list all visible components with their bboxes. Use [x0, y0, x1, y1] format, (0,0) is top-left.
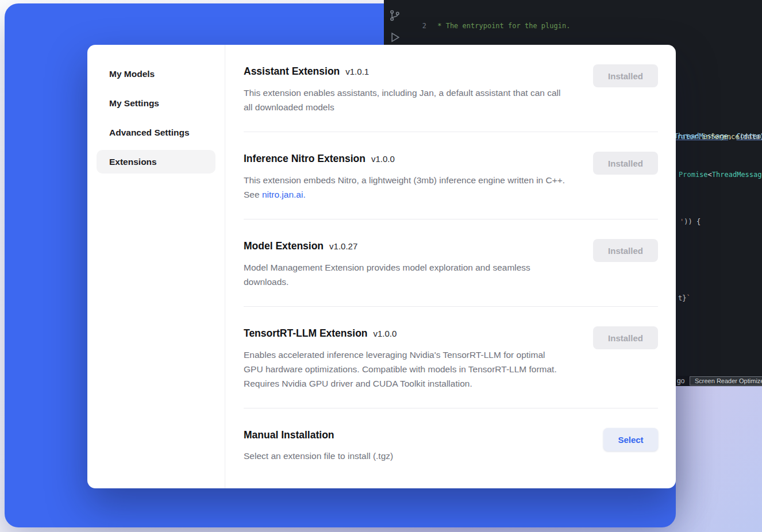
- extension-title: TensortRT-LLM Extension: [244, 326, 368, 340]
- code-fragment: Promise<ThreadMessage>: [679, 171, 762, 179]
- extension-row-inference-nitro: Inference Nitro Extension v1.0.0 This ex…: [244, 132, 658, 219]
- extension-description: Model Management Extension provides mode…: [244, 260, 565, 289]
- code-fragment: t}`: [678, 294, 691, 302]
- extension-version: v1.0.0: [371, 152, 395, 166]
- manual-installation-title: Manual Installation: [244, 428, 334, 442]
- select-file-button[interactable]: Select: [603, 428, 658, 451]
- extension-version: v1.0.27: [329, 240, 357, 253]
- manual-installation-row: Manual Installation Select an extension …: [244, 408, 658, 480]
- settings-sidebar: My Models My Settings Advanced Settings …: [87, 45, 225, 488]
- extension-version: v1.0.1: [345, 65, 369, 79]
- line-number: 2: [384, 21, 426, 30]
- tensorrt-installed-button[interactable]: Installed: [593, 326, 658, 349]
- sidebar-item-my-models[interactable]: My Models: [97, 62, 215, 86]
- manual-installation-description: Select an extension file to install (.tg…: [244, 449, 393, 463]
- sidebar-item-advanced-settings[interactable]: Advanced Settings: [97, 121, 215, 144]
- extension-title: Inference Nitro Extension: [244, 152, 365, 165]
- code-fragment: ')) {: [680, 218, 701, 226]
- extension-row-tensorrt-llm: TensortRT-LLM Extension v1.0.0 Enables a…: [244, 307, 658, 408]
- sidebar-item-my-settings[interactable]: My Settings: [97, 91, 215, 115]
- settings-modal: My Models My Settings Advanced Settings …: [87, 45, 676, 488]
- extension-description: This extension embeds Nitro, a lightweig…: [244, 173, 565, 202]
- code-fragment: rator.inference(data));: [677, 133, 762, 141]
- extension-row-assistant: Assistant Extension v1.0.1 This extensio…: [244, 45, 658, 132]
- code-line: 2 * The entrypoint for the plugin.: [384, 21, 762, 30]
- nitro-installed-button[interactable]: Installed: [593, 152, 658, 175]
- extension-row-model: Model Extension v1.0.27 Model Management…: [244, 219, 658, 307]
- screen-reader-badge[interactable]: Screen Reader Optimized: [690, 376, 762, 385]
- desktop: 2 * The entrypoint for the plugin. 3 */ …: [0, 0, 762, 532]
- model-installed-button[interactable]: Installed: [593, 239, 658, 262]
- extension-description: Enables accelerated inference leveraging…: [244, 348, 565, 391]
- assistant-installed-button[interactable]: Installed: [593, 64, 658, 87]
- extension-version: v1.0.0: [374, 327, 397, 341]
- extensions-list: Assistant Extension v1.0.1 This extensio…: [225, 45, 676, 488]
- sidebar-item-extensions[interactable]: Extensions: [97, 150, 215, 174]
- extension-description: This extension enables assistants, inclu…: [244, 86, 565, 114]
- nitro-jan-ai-link[interactable]: nitro.jan.ai.: [262, 190, 306, 199]
- extension-title: Assistant Extension: [244, 64, 340, 78]
- language-indicator: go: [677, 377, 684, 385]
- extension-title: Model Extension: [244, 239, 324, 253]
